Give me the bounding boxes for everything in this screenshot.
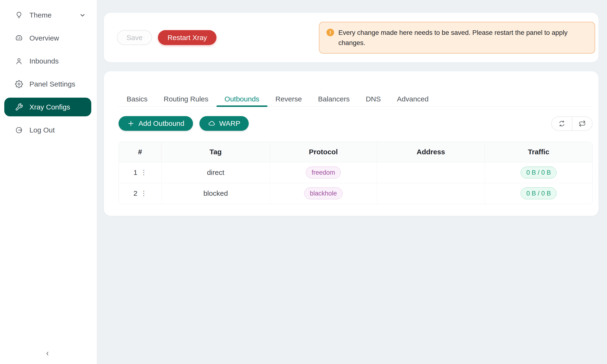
sidebar: Theme Overview [0, 0, 97, 364]
tab-reverse[interactable]: Reverse [267, 92, 310, 106]
add-outbound-button[interactable]: Add Outbound [119, 116, 193, 131]
protocol-badge: freedom [306, 167, 341, 179]
sidebar-item-label: Panel Settings [29, 80, 75, 88]
tab-basics[interactable]: Basics [119, 92, 156, 106]
table-row: 1 ⋮ direct freedom 0 B / 0 B [119, 162, 592, 183]
wrench-icon [15, 103, 23, 111]
index-cell: 2 ⋮ [119, 183, 161, 204]
traffic-badge: 0 B / 0 B [521, 187, 557, 199]
config-tabs: Basics Routing Rules Outbounds Reverse B… [119, 71, 593, 107]
xray-config-card: Basics Routing Rules Outbounds Reverse B… [104, 71, 598, 216]
address-cell [377, 183, 485, 204]
repeat-icon [579, 120, 586, 127]
outbounds-table: # Tag Protocol Address Traffic 1 [119, 142, 593, 204]
traffic-cell: 0 B / 0 B [485, 183, 592, 204]
column-header-index: # [119, 142, 161, 162]
outbounds-actions-row: Add Outbound WARP [119, 116, 593, 131]
sidebar-item-xray-configs[interactable]: Xray Configs [4, 98, 91, 116]
sidebar-collapse-button[interactable] [42, 348, 53, 359]
table-row: 2 ⋮ blocked blackhole 0 B / 0 B [119, 183, 592, 204]
address-cell [377, 162, 485, 183]
tag-cell: blocked [161, 183, 270, 204]
warp-label: WARP [219, 119, 240, 128]
column-header-address: Address [377, 142, 485, 162]
main-content: Save Restart Xray ! Every change made he… [97, 0, 607, 364]
sidebar-item-theme[interactable]: Theme [0, 3, 97, 26]
table-tools-group [551, 116, 593, 131]
cloud-icon [208, 120, 215, 127]
warning-icon: ! [327, 29, 334, 36]
kebab-menu-icon[interactable]: ⋮ [140, 169, 146, 176]
alert-text: Every change made here needs to be saved… [338, 27, 588, 48]
refresh-icon [558, 120, 566, 127]
sidebar-item-panel-settings[interactable]: Panel Settings [0, 73, 97, 95]
protocol-badge: blackhole [304, 187, 343, 199]
plus-icon [127, 120, 135, 127]
traffic-cell: 0 B / 0 B [485, 162, 592, 183]
restart-xray-button[interactable]: Restart Xray [158, 30, 216, 45]
sidebar-item-overview[interactable]: Overview [0, 26, 97, 50]
row-number: 1 [133, 169, 138, 177]
sidebar-item-label: Log Out [29, 126, 55, 134]
column-header-tag: Tag [161, 142, 270, 162]
protocol-cell: blackhole [270, 183, 377, 204]
save-button[interactable]: Save [117, 30, 152, 45]
index-cell: 1 ⋮ [119, 162, 161, 183]
chevron-left-icon [44, 350, 51, 357]
tab-routing-rules[interactable]: Routing Rules [156, 92, 216, 106]
tab-dns[interactable]: DNS [358, 92, 389, 106]
column-header-traffic: Traffic [485, 142, 592, 162]
traffic-badge: 0 B / 0 B [521, 167, 557, 179]
sidebar-item-label: Theme [29, 11, 52, 19]
gear-icon [15, 80, 23, 88]
app-root: Theme Overview [0, 0, 607, 364]
tag-cell: direct [161, 162, 270, 183]
sidebar-item-label: Inbounds [29, 57, 59, 65]
tab-advanced[interactable]: Advanced [389, 92, 436, 106]
chevron-down-icon [79, 12, 86, 18]
sidebar-item-log-out[interactable]: Log Out [0, 118, 97, 142]
restart-warning-alert: ! Every change made here needs to be sav… [319, 22, 595, 53]
warp-button[interactable]: WARP [199, 116, 249, 131]
refresh-button[interactable] [552, 117, 572, 130]
column-header-protocol: Protocol [270, 142, 377, 162]
add-outbound-label: Add Outbound [138, 119, 185, 128]
protocol-cell: freedom [270, 162, 377, 183]
row-number: 2 [133, 189, 138, 197]
sidebar-item-inbounds[interactable]: Inbounds [0, 50, 97, 73]
tab-outbounds[interactable]: Outbounds [216, 92, 267, 106]
sidebar-item-label: Xray Configs [29, 103, 70, 111]
logout-icon [15, 126, 23, 134]
toolbar-card: Save Restart Xray ! Every change made he… [104, 13, 598, 62]
kebab-menu-icon[interactable]: ⋮ [140, 190, 146, 197]
lightbulb-icon [15, 11, 23, 19]
user-icon [15, 57, 23, 65]
gauge-icon [15, 34, 23, 42]
table-header-row: # Tag Protocol Address Traffic [119, 142, 592, 162]
tab-balancers[interactable]: Balancers [310, 92, 357, 106]
repeat-button[interactable] [572, 117, 592, 130]
sidebar-item-label: Overview [29, 34, 59, 42]
